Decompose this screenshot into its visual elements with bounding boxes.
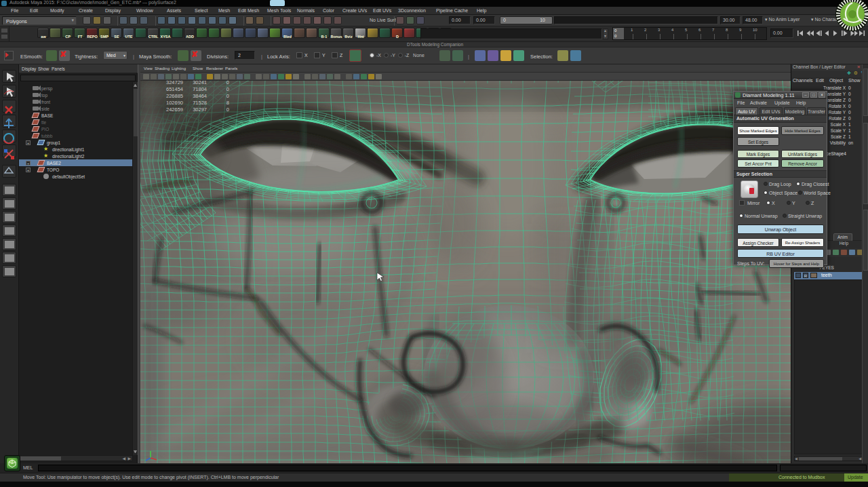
svg-text:0: 0 (226, 93, 229, 99)
svg-text:0: 0 (226, 106, 229, 113)
svg-text:30241: 30241 (193, 81, 207, 85)
svg-text:651454: 651454 (166, 86, 183, 92)
svg-text:0: 0 (226, 86, 229, 92)
svg-text:0: 0 (226, 81, 229, 85)
svg-text:71528: 71528 (193, 100, 207, 106)
svg-text:71804: 71804 (193, 86, 207, 92)
svg-text:38464: 38464 (193, 93, 207, 99)
svg-text:242659: 242659 (166, 106, 183, 113)
svg-text:324729: 324729 (166, 81, 183, 85)
svg-text:226885: 226885 (166, 93, 183, 99)
svg-text:102690: 102690 (166, 100, 183, 106)
svg-text:30297: 30297 (193, 106, 207, 113)
svg-text:8: 8 (226, 100, 229, 106)
